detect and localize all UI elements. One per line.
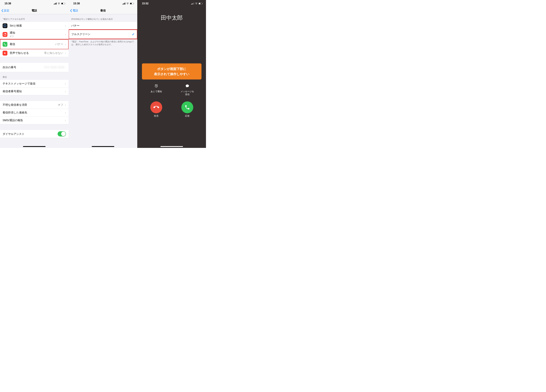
- wifi-icon: [126, 3, 129, 5]
- svg-rect-23: [202, 3, 203, 4]
- home-indicator[interactable]: [92, 146, 114, 147]
- decline-circle: [150, 101, 162, 113]
- row-label: 不明な発信者を消音: [3, 103, 58, 107]
- svg-rect-12: [124, 3, 124, 5]
- svg-rect-16: [134, 3, 134, 4]
- wifi-icon: [195, 3, 198, 5]
- back-label: 設定: [4, 9, 9, 12]
- phone-settings-screen: 15:38 設定 電話 "電話"にアクセスを許可 Siriと検索 ›: [0, 0, 69, 148]
- phone-icon: [185, 105, 190, 110]
- action-label: あとで通知: [151, 90, 162, 93]
- phone-icon: [3, 42, 7, 47]
- svg-rect-20: [194, 3, 194, 5]
- row-label: テキストメッセージで返信: [3, 82, 65, 85]
- secondary-actions-row: あとで通知 メッセージを 送信: [137, 84, 206, 96]
- chevron-right-icon: ›: [65, 42, 66, 46]
- option-fullscreen[interactable]: フルスクリーン ✓: [69, 30, 137, 39]
- message-icon: [185, 84, 189, 89]
- chevron-right-icon: ›: [65, 33, 66, 36]
- row-label: ダイヤルアシスト: [3, 132, 58, 136]
- remind-later-button[interactable]: あとで通知: [147, 84, 166, 96]
- svg-rect-17: [191, 4, 192, 5]
- status-icons: [191, 3, 203, 5]
- row-value: 常に知らせない: [44, 51, 63, 55]
- svg-rect-11: [123, 3, 124, 5]
- row-sms-call-report[interactable]: SMS/通話の報告 ›: [0, 117, 69, 124]
- status-bar: 15:38: [0, 0, 69, 7]
- svg-rect-3: [56, 3, 57, 5]
- svg-rect-5: [61, 3, 63, 4]
- row-blocked-contacts[interactable]: 着信拒否した連絡先 ›: [0, 109, 69, 117]
- chevron-right-icon: ›: [65, 103, 66, 107]
- svg-point-9: [5, 33, 6, 34]
- incoming-display-screen: 15:38 電話 着信 IPHONEがロック解除されている場合の表示 バナー フ…: [69, 0, 137, 148]
- send-message-button[interactable]: メッセージを 送信: [178, 84, 197, 96]
- row-label: 着信: [10, 42, 55, 46]
- home-indicator[interactable]: [23, 146, 46, 147]
- accept-circle: [181, 101, 193, 113]
- nav-title: 着信: [69, 9, 137, 12]
- row-text-reply[interactable]: テキストメッセージで返信 ›: [0, 80, 69, 88]
- home-indicator[interactable]: [160, 146, 183, 147]
- nav-bar: 設定 電話: [0, 7, 69, 14]
- alarm-icon: [154, 84, 158, 89]
- svg-point-7: [4, 25, 6, 27]
- row-siri-search[interactable]: Siriと検索 ›: [0, 22, 69, 30]
- accept-button[interactable]: 応答: [178, 101, 197, 118]
- row-announce-calls[interactable]: 音声で知らせる 常に知らせない ›: [0, 49, 69, 57]
- battery-icon: [61, 3, 65, 5]
- incoming-call-screen: 15:52 田中太郎 ボタンが画面下部に 表示されて操作しやすい あとで通知: [137, 0, 206, 148]
- option-label: フルスクリーン: [71, 32, 132, 36]
- chevron-right-icon: ›: [65, 51, 66, 55]
- chevron-right-icon: ›: [65, 24, 66, 27]
- action-label: 拒否: [154, 115, 158, 118]
- svg-rect-22: [199, 3, 200, 4]
- settings-content: "電話"にアクセスを許可 Siriと検索 › 通知 オフ › 着信 バナー: [0, 14, 69, 138]
- annotation-callout: ボタンが画面下部に 表示されて操作しやすい: [142, 63, 202, 79]
- call-content: 田中太郎 ボタンが画面下部に 表示されて操作しやすい あとで通知 メッセージを …: [137, 7, 206, 148]
- nav-title: 電話: [0, 9, 69, 12]
- row-incoming-calls[interactable]: 着信 バナー ›: [0, 39, 69, 49]
- section-header-incoming: 着信: [0, 72, 69, 80]
- option-label: バナー: [71, 24, 135, 27]
- section-footer: "電話"、FaceTime、およびその他の通話の着信に使用されるAppでは、選択…: [69, 39, 137, 48]
- decline-button[interactable]: 拒否: [147, 101, 166, 118]
- row-caller-id[interactable]: 発信者番号通知 ›: [0, 88, 69, 95]
- siri-icon: [3, 23, 7, 28]
- status-time: 15:38: [73, 2, 80, 5]
- row-sublabel: オフ: [10, 35, 65, 38]
- status-time: 15:38: [5, 2, 11, 5]
- row-silence-unknown[interactable]: 不明な発信者を消音 オフ ›: [0, 101, 69, 109]
- dial-assist-toggle[interactable]: [58, 131, 66, 137]
- row-label: 通知: [10, 31, 65, 35]
- cellular-icon: [123, 3, 125, 5]
- primary-actions-row: 拒否 応答: [137, 101, 206, 118]
- status-bar: 15:52: [137, 0, 206, 7]
- row-my-number[interactable]: 自分の番号 070 0000 0000: [0, 63, 69, 72]
- speaker-icon: [3, 51, 7, 56]
- chevron-right-icon: ›: [65, 90, 66, 93]
- row-label: 発信者番号通知: [3, 90, 65, 93]
- row-value-hidden: 070 0000 0000: [44, 66, 65, 69]
- svg-rect-1: [55, 3, 55, 5]
- row-label: 音声で知らせる: [10, 51, 44, 55]
- row-label: 着信拒否した連絡先: [3, 111, 65, 114]
- back-button[interactable]: 設定: [0, 9, 9, 12]
- svg-rect-2: [55, 3, 56, 5]
- svg-rect-19: [193, 3, 193, 5]
- chevron-right-icon: ›: [65, 82, 66, 85]
- back-button[interactable]: 電話: [69, 9, 78, 12]
- chevron-left-icon: [70, 9, 72, 12]
- row-label: Siriと検索: [10, 24, 65, 27]
- action-label: メッセージを 送信: [181, 90, 194, 96]
- row-value: バナー: [55, 42, 63, 46]
- status-icons: [123, 3, 134, 5]
- chevron-left-icon: [1, 9, 3, 12]
- callout-line: 表示されて操作しやすい: [144, 72, 199, 77]
- row-notifications[interactable]: 通知 オフ ›: [0, 30, 69, 39]
- row-dial-assist[interactable]: ダイヤルアシスト: [0, 130, 69, 138]
- section-header-allow: "電話"にアクセスを許可: [0, 14, 69, 22]
- option-banner[interactable]: バナー: [69, 22, 137, 30]
- svg-rect-18: [192, 3, 192, 5]
- row-label: SMS/通話の報告: [3, 118, 65, 122]
